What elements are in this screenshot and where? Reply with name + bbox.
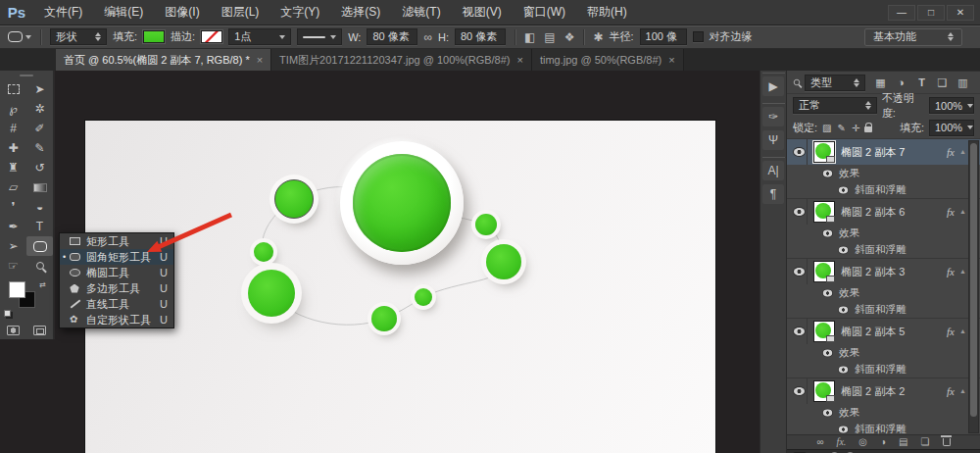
collapse-effects-icon[interactable]: ▲ [959, 387, 966, 394]
menu-item-编辑[interactable]: 编辑(E) [93, 0, 154, 25]
path-selection-tool[interactable]: ➢ [0, 236, 26, 256]
layer-effects-row[interactable]: 效果 [787, 225, 980, 241]
document-canvas[interactable] [85, 121, 715, 453]
character-panel-icon[interactable]: A| [762, 161, 784, 180]
menu-item-帮助[interactable]: 帮助(H) [576, 0, 638, 25]
close-tab-icon[interactable]: × [668, 54, 674, 66]
visibility-eye-icon[interactable] [823, 349, 832, 356]
collapse-effects-icon[interactable]: ▲ [959, 268, 966, 275]
tool-preset-picker[interactable] [8, 31, 31, 42]
flyout-item-line[interactable]: 直线工具U [60, 296, 173, 312]
clone-stamp-tool[interactable]: ♜ [0, 158, 26, 177]
close-tab-icon[interactable]: × [516, 54, 522, 66]
tool-mode-select[interactable]: 形状 [50, 28, 107, 45]
move-tool[interactable]: ➤ [26, 79, 53, 99]
green-circle-2[interactable] [274, 179, 314, 219]
stroke-width-field[interactable]: 1点 [228, 28, 291, 45]
lock-position-icon[interactable]: ✛ [852, 123, 859, 133]
menu-item-图层[interactable]: 图层(L) [211, 0, 270, 25]
lasso-tool[interactable]: ℘ [0, 99, 26, 119]
layer-mask-icon[interactable]: ◎ [858, 437, 867, 447]
document-tab-3[interactable]: timg.jpg @ 50%(RGB/8#)× [532, 49, 684, 71]
blur-tool[interactable]: ❜ [0, 197, 26, 217]
3d-panel-icon[interactable]: ▶ [762, 76, 784, 96]
layer-effects-row[interactable]: 效果 [787, 284, 980, 301]
document-tab-1[interactable]: 首页 @ 60.5%(椭圆 2 副本 7, RGB/8) *× [56, 49, 271, 71]
layer-effects-row[interactable]: 效果 [787, 404, 980, 421]
zoom-tool[interactable] [26, 256, 53, 276]
link-layers-icon[interactable]: ∞ [816, 437, 823, 447]
shape-width-field[interactable]: 80 像素 [367, 28, 417, 45]
delete-layer-icon[interactable] [943, 438, 951, 446]
visibility-eye-icon[interactable] [794, 387, 805, 395]
gear-icon[interactable]: ✱ [593, 31, 603, 43]
visibility-eye-icon[interactable] [823, 229, 832, 236]
collapse-effects-icon[interactable]: ▲ [959, 208, 966, 215]
layer-thumbnail[interactable] [813, 141, 835, 163]
toolbar-collapse-handle[interactable] [0, 71, 53, 79]
visibility-eye-icon[interactable] [839, 186, 848, 193]
quick-mask-button[interactable] [0, 321, 26, 340]
screen-mode-button[interactable] [26, 321, 53, 340]
layer-style-icon[interactable]: fx. [837, 437, 847, 447]
layer-row[interactable]: 椭圆 2 副本 2fx▲ [787, 378, 980, 404]
hand-tool[interactable]: ☞ [0, 256, 26, 276]
green-circle-4[interactable] [248, 270, 295, 317]
shape-height-field[interactable]: 80 像素 [455, 28, 506, 45]
layer-row[interactable]: 椭圆 2 副本 5fx▲ [787, 319, 980, 344]
radius-field[interactable]: 100 像 [640, 28, 687, 45]
layers-scrollbar[interactable] [968, 140, 979, 433]
flyout-item-rect[interactable]: 矩形工具U [60, 233, 173, 249]
visibility-eye-icon[interactable] [794, 208, 805, 216]
green-circle-7[interactable] [475, 214, 497, 235]
healing-brush-tool[interactable]: ✚ [0, 138, 26, 158]
close-tab-icon[interactable]: × [257, 54, 263, 66]
eraser-tool[interactable]: ▱ [0, 177, 26, 197]
visibility-eye-icon[interactable] [839, 426, 848, 432]
layer-thumbnail[interactable] [813, 261, 835, 282]
gradient-tool[interactable] [26, 177, 53, 197]
flyout-item-polygon[interactable]: 多边形工具U [60, 280, 173, 296]
visibility-eye-icon[interactable] [839, 246, 848, 253]
flyout-item-custom-shape[interactable]: ✿自定形状工具U [60, 312, 173, 327]
align-paths-icon[interactable]: ▤ [544, 31, 555, 43]
filter-type-layers-icon[interactable]: T [914, 76, 929, 89]
menu-item-文件[interactable]: 文件(F) [33, 0, 93, 25]
brush-presets-panel-icon[interactable]: ✑ [762, 107, 784, 126]
rectangular-marquee-tool[interactable] [0, 79, 26, 99]
eyedropper-tool[interactable]: ✐ [26, 119, 53, 138]
layer-thumbnail[interactable] [813, 321, 835, 342]
crop-tool[interactable]: # [0, 119, 26, 138]
green-circle-6[interactable] [415, 288, 432, 306]
opacity-field[interactable]: 100% [929, 97, 974, 114]
layer-bevel-row[interactable]: 斜面和浮雕 [787, 301, 980, 318]
new-layer-icon[interactable]: ❏ [921, 437, 930, 447]
lock-all-icon[interactable] [864, 126, 872, 132]
dodge-tool[interactable]: ◒ [26, 197, 53, 217]
collapse-effects-icon[interactable]: ▲ [959, 148, 966, 155]
flyout-item-rounded-rect[interactable]: •圆角矩形工具U [60, 249, 173, 265]
document-tab-2[interactable]: TIM图片20171221120347.jpg @ 100%(RGB/8#)× [271, 49, 532, 71]
menu-item-窗口[interactable]: 窗口(W) [513, 0, 576, 25]
visibility-eye-icon[interactable] [839, 306, 848, 313]
filter-adjustment-layers-icon[interactable]: ◑ [894, 76, 908, 89]
stroke-type-select[interactable] [297, 28, 342, 45]
visibility-eye-icon[interactable] [823, 170, 832, 176]
lock-transparent-icon[interactable]: ▨ [822, 123, 831, 133]
minimize-button[interactable]: — [888, 5, 915, 21]
menu-item-选择[interactable]: 选择(S) [330, 0, 391, 25]
new-group-icon[interactable]: ▤ [899, 437, 907, 447]
layer-effects-row[interactable]: 效果 [787, 165, 980, 181]
fill-opacity-field[interactable]: 100% [929, 120, 974, 136]
arrange-paths-icon[interactable]: ❖ [564, 31, 575, 43]
menu-item-图像[interactable]: 图像(I) [154, 0, 210, 25]
layer-thumbnail[interactable] [813, 201, 835, 223]
green-circle-3[interactable] [254, 242, 273, 262]
layer-bevel-row[interactable]: 斜面和浮雕 [787, 421, 980, 434]
brush-tool[interactable]: ✎ [26, 138, 53, 158]
type-tool[interactable]: T [26, 217, 53, 236]
visibility-eye-icon[interactable] [794, 327, 805, 335]
layer-row[interactable]: 椭圆 2 副本 3fx▲ [787, 259, 980, 284]
visibility-eye-icon[interactable] [823, 409, 832, 416]
filter-pixel-layers-icon[interactable]: ▦ [873, 76, 888, 89]
